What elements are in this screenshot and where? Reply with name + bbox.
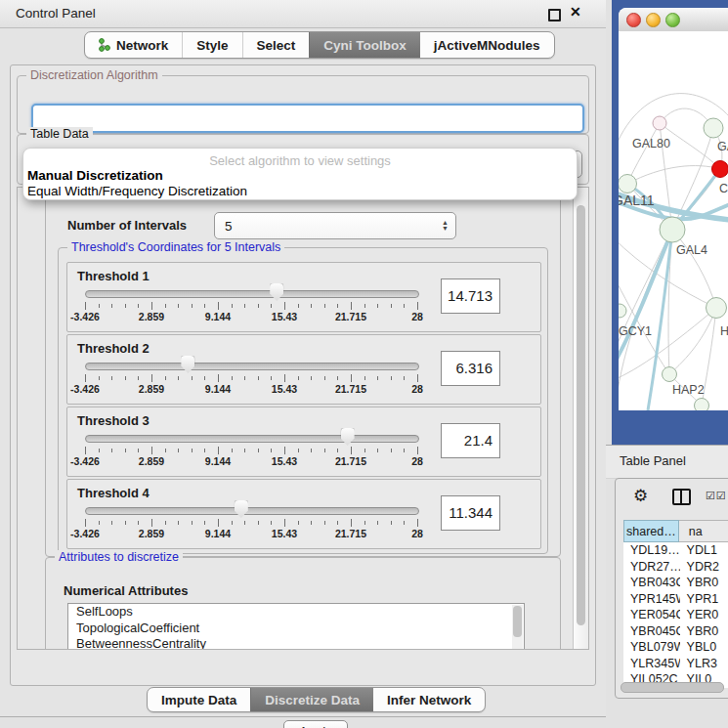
algorithm-combobox[interactable] — [31, 104, 584, 133]
threshold-4-value-field[interactable]: 11.344 — [441, 495, 500, 531]
attributes-listbox[interactable]: SelfLoops TopologicalCoefficient Between… — [67, 603, 525, 650]
settings-vertical-scrollbar[interactable] — [573, 188, 588, 649]
node-gal4 — [660, 217, 685, 242]
cell: YBR045C — [623, 623, 680, 640]
table-row[interactable]: YBR045C YBR0 — [623, 623, 728, 640]
dropdown-hint-option[interactable]: Select algorithm to view settings — [23, 153, 577, 168]
spinner-arrows-icon: ▲▼ — [442, 220, 449, 232]
control-panel-tabbar: Network Style Select Cyni Toolbox jActiv… — [84, 31, 555, 59]
dropdown-option-manual-discretization[interactable]: Manual Discretization — [27, 168, 163, 183]
threshold-1-slider[interactable] — [85, 290, 419, 298]
scrollbar-thumb[interactable] — [577, 205, 585, 625]
tab-label: Select — [257, 38, 296, 53]
column-header-name[interactable]: na — [679, 520, 728, 542]
column-header-shared-name[interactable]: shared… — [623, 520, 679, 542]
cell: YDR27… — [623, 559, 680, 576]
tab-label: Network — [116, 38, 168, 53]
settings-scrollpane: Interval Definition Number of Intervals … — [17, 187, 589, 650]
mac-zoom-button-icon[interactable] — [665, 13, 680, 27]
apply-button[interactable]: Apply — [283, 720, 348, 728]
tab-select[interactable]: Select — [242, 32, 310, 58]
tab-cyni-toolbox[interactable]: Cyni Toolbox — [309, 32, 420, 58]
slider-thumb[interactable] — [270, 283, 283, 301]
node-label-hap2: HAP2 — [672, 383, 705, 397]
table-row[interactable]: YDR27… YDR2 — [623, 559, 728, 576]
table-panel-title: Table Panel — [620, 453, 686, 468]
threshold-3-slider[interactable] — [85, 435, 419, 443]
table-header-row: shared… na — [623, 520, 728, 542]
columns-icon[interactable] — [672, 489, 691, 505]
slider-ticks — [85, 519, 417, 527]
threshold-4-card: Threshold 4 -3.4262.8599.14415.4321.7152… — [66, 479, 541, 549]
algorithm-dropdown-popup: Select algorithm to view settings Manual… — [22, 148, 578, 200]
threshold-2-card: Threshold 2 -3.4262.8599.14415.4321.7152… — [66, 334, 541, 405]
cyni-bottom-tabbar: Impute Data Discretize Data Infer Networ… — [147, 687, 486, 712]
tab-style[interactable]: Style — [182, 32, 241, 58]
tab-label: Style — [196, 38, 228, 53]
scrollbar-thumb[interactable] — [621, 682, 724, 693]
numerical-attributes-label: Numerical Attributes — [64, 583, 188, 598]
number-of-intervals-combobox[interactable]: 5 ▲▼ — [214, 212, 456, 239]
cell: YER0 — [680, 607, 728, 623]
tab-jactivemnodules[interactable]: jActiveMNodules — [420, 32, 554, 58]
slider-thumb[interactable] — [181, 356, 194, 373]
slider-thumb[interactable] — [235, 500, 248, 518]
table-row[interactable]: YPR145W YPR1 — [623, 591, 728, 608]
slider-ticks — [85, 374, 417, 382]
cell: YDR2 — [680, 559, 728, 576]
mac-close-button-icon[interactable] — [626, 13, 641, 27]
combobox-value: 5 — [225, 219, 233, 234]
table-row[interactable]: YLR345W YLR3 — [623, 656, 728, 672]
dropdown-option-equal-width-frequency[interactable]: Equal Width/Frequency Discretization — [27, 184, 247, 198]
table-horizontal-scrollbar[interactable] — [621, 682, 726, 693]
slider-tick-labels: -3.4262.8599.14415.4321.71528 — [85, 311, 417, 322]
node-hap2 — [663, 367, 677, 382]
slider-thumb[interactable] — [341, 428, 355, 446]
network-graph: GAL80 GA C GAL11 GAL4 GCY1 H HAP2 — [619, 31, 728, 410]
table-row[interactable]: YDL19… YDL1 — [623, 542, 728, 559]
node-bottom — [695, 399, 709, 411]
list-scrollbar[interactable] — [512, 605, 523, 650]
list-item[interactable]: SelfLoops — [68, 604, 524, 621]
threshold-3-value-field[interactable]: 21.4 — [441, 423, 500, 458]
tab-network[interactable]: Network — [85, 32, 182, 58]
tab-discretize-data[interactable]: Discretize Data — [250, 688, 373, 711]
tab-label: Infer Network — [387, 693, 471, 707]
network-window-frame: GAL80 GA C GAL11 GAL4 GCY1 H HAP2 — [612, 0, 728, 445]
interval-definition-group: Interval Definition Number of Intervals … — [45, 195, 561, 557]
network-window-titlebar[interactable] — [619, 8, 728, 32]
tab-impute-data[interactable]: Impute Data — [148, 688, 250, 711]
node-selected-red — [712, 161, 728, 178]
threshold-label: Threshold 1 — [77, 269, 150, 283]
node-label-gal4: GAL4 — [676, 243, 707, 257]
network-canvas[interactable]: GAL80 GA C GAL11 GAL4 GCY1 H HAP2 — [619, 31, 728, 410]
cyni-settings-panel: Discretization Algorithm Select algorith… — [10, 64, 596, 686]
cell: YPR1 — [680, 591, 728, 608]
table-row[interactable]: YBR043C YBR0 — [623, 575, 728, 591]
list-item[interactable]: BetweennessCentrality — [68, 636, 524, 650]
mac-minimize-button-icon[interactable] — [646, 13, 661, 27]
cell: YDL1 — [680, 542, 728, 559]
threshold-2-value-field[interactable]: 6.316 — [441, 351, 500, 386]
list-item[interactable]: TopologicalCoefficient — [68, 621, 524, 637]
cell: YPR145W — [623, 591, 680, 608]
checkbox-filter-icons[interactable]: ☑☑ — [706, 490, 727, 502]
threshold-2-slider[interactable] — [85, 363, 419, 370]
group-title: Table Data — [26, 127, 93, 141]
table-panel-titlebar: Table Panel — [606, 445, 728, 479]
float-window-icon[interactable] — [548, 9, 561, 21]
number-of-intervals-label: Number of Intervals — [67, 218, 187, 233]
node-label-cclip: C — [719, 182, 728, 195]
threshold-1-value-field[interactable]: 14.713 — [441, 278, 500, 314]
cell: YBR0 — [680, 575, 728, 591]
table-row[interactable]: YER054C YER0 — [623, 607, 728, 623]
node-label-hclip: H — [720, 324, 728, 338]
scrollbar-thumb[interactable] — [513, 606, 522, 637]
gear-icon[interactable]: ⚙ — [633, 486, 648, 505]
threshold-4-slider[interactable] — [85, 507, 419, 515]
table-row[interactable]: YBL079W YBL0 — [623, 639, 728, 656]
close-icon[interactable]: ✕ — [570, 4, 581, 20]
tab-infer-network[interactable]: Infer Network — [373, 688, 485, 711]
discretization-algorithm-group: Discretization Algorithm — [17, 75, 589, 134]
threshold-label: Threshold 2 — [77, 341, 150, 356]
